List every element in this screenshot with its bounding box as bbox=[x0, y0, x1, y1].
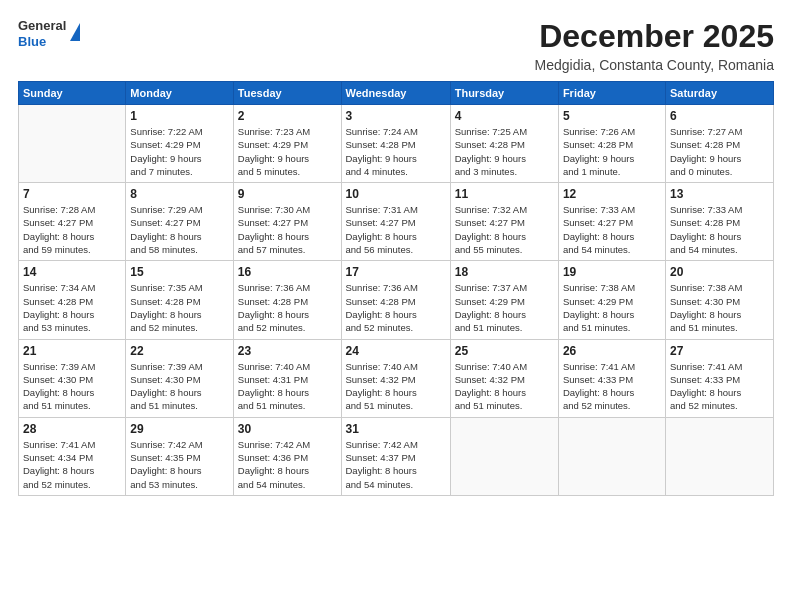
day-info: Sunrise: 7:33 AMSunset: 4:27 PMDaylight:… bbox=[563, 203, 661, 256]
day-cell: 13Sunrise: 7:33 AMSunset: 4:28 PMDayligh… bbox=[665, 183, 773, 261]
day-number: 13 bbox=[670, 187, 769, 201]
day-cell: 24Sunrise: 7:40 AMSunset: 4:32 PMDayligh… bbox=[341, 339, 450, 417]
day-number: 6 bbox=[670, 109, 769, 123]
day-number: 20 bbox=[670, 265, 769, 279]
day-number: 12 bbox=[563, 187, 661, 201]
day-info: Sunrise: 7:26 AMSunset: 4:28 PMDaylight:… bbox=[563, 125, 661, 178]
day-info: Sunrise: 7:28 AMSunset: 4:27 PMDaylight:… bbox=[23, 203, 121, 256]
logo-triangle-icon bbox=[70, 23, 80, 41]
day-cell: 21Sunrise: 7:39 AMSunset: 4:30 PMDayligh… bbox=[19, 339, 126, 417]
day-number: 16 bbox=[238, 265, 337, 279]
day-cell: 3Sunrise: 7:24 AMSunset: 4:28 PMDaylight… bbox=[341, 105, 450, 183]
logo-blue: Blue bbox=[18, 34, 66, 50]
day-cell: 7Sunrise: 7:28 AMSunset: 4:27 PMDaylight… bbox=[19, 183, 126, 261]
day-number: 30 bbox=[238, 422, 337, 436]
day-cell: 6Sunrise: 7:27 AMSunset: 4:28 PMDaylight… bbox=[665, 105, 773, 183]
day-cell: 28Sunrise: 7:41 AMSunset: 4:34 PMDayligh… bbox=[19, 417, 126, 495]
day-info: Sunrise: 7:36 AMSunset: 4:28 PMDaylight:… bbox=[346, 281, 446, 334]
week-row-1: 7Sunrise: 7:28 AMSunset: 4:27 PMDaylight… bbox=[19, 183, 774, 261]
day-info: Sunrise: 7:38 AMSunset: 4:30 PMDaylight:… bbox=[670, 281, 769, 334]
header-monday: Monday bbox=[126, 82, 233, 105]
day-number: 2 bbox=[238, 109, 337, 123]
day-cell: 16Sunrise: 7:36 AMSunset: 4:28 PMDayligh… bbox=[233, 261, 341, 339]
day-number: 8 bbox=[130, 187, 228, 201]
day-cell: 12Sunrise: 7:33 AMSunset: 4:27 PMDayligh… bbox=[558, 183, 665, 261]
day-cell: 1Sunrise: 7:22 AMSunset: 4:29 PMDaylight… bbox=[126, 105, 233, 183]
day-cell: 26Sunrise: 7:41 AMSunset: 4:33 PMDayligh… bbox=[558, 339, 665, 417]
day-info: Sunrise: 7:38 AMSunset: 4:29 PMDaylight:… bbox=[563, 281, 661, 334]
day-number: 9 bbox=[238, 187, 337, 201]
day-number: 7 bbox=[23, 187, 121, 201]
day-cell: 20Sunrise: 7:38 AMSunset: 4:30 PMDayligh… bbox=[665, 261, 773, 339]
day-cell: 18Sunrise: 7:37 AMSunset: 4:29 PMDayligh… bbox=[450, 261, 558, 339]
day-info: Sunrise: 7:27 AMSunset: 4:28 PMDaylight:… bbox=[670, 125, 769, 178]
title-location: Medgidia, Constanta County, Romania bbox=[535, 57, 774, 73]
week-row-0: 1Sunrise: 7:22 AMSunset: 4:29 PMDaylight… bbox=[19, 105, 774, 183]
day-cell: 2Sunrise: 7:23 AMSunset: 4:29 PMDaylight… bbox=[233, 105, 341, 183]
day-info: Sunrise: 7:39 AMSunset: 4:30 PMDaylight:… bbox=[23, 360, 121, 413]
day-info: Sunrise: 7:31 AMSunset: 4:27 PMDaylight:… bbox=[346, 203, 446, 256]
day-number: 1 bbox=[130, 109, 228, 123]
day-info: Sunrise: 7:23 AMSunset: 4:29 PMDaylight:… bbox=[238, 125, 337, 178]
day-info: Sunrise: 7:36 AMSunset: 4:28 PMDaylight:… bbox=[238, 281, 337, 334]
header-tuesday: Tuesday bbox=[233, 82, 341, 105]
day-cell: 4Sunrise: 7:25 AMSunset: 4:28 PMDaylight… bbox=[450, 105, 558, 183]
day-info: Sunrise: 7:40 AMSunset: 4:32 PMDaylight:… bbox=[346, 360, 446, 413]
day-number: 27 bbox=[670, 344, 769, 358]
day-info: Sunrise: 7:42 AMSunset: 4:35 PMDaylight:… bbox=[130, 438, 228, 491]
day-cell bbox=[450, 417, 558, 495]
day-cell: 10Sunrise: 7:31 AMSunset: 4:27 PMDayligh… bbox=[341, 183, 450, 261]
day-number: 10 bbox=[346, 187, 446, 201]
day-cell: 22Sunrise: 7:39 AMSunset: 4:30 PMDayligh… bbox=[126, 339, 233, 417]
day-info: Sunrise: 7:32 AMSunset: 4:27 PMDaylight:… bbox=[455, 203, 554, 256]
header-wednesday: Wednesday bbox=[341, 82, 450, 105]
logo-text: General Blue bbox=[18, 18, 66, 49]
day-cell: 19Sunrise: 7:38 AMSunset: 4:29 PMDayligh… bbox=[558, 261, 665, 339]
day-info: Sunrise: 7:37 AMSunset: 4:29 PMDaylight:… bbox=[455, 281, 554, 334]
day-cell: 25Sunrise: 7:40 AMSunset: 4:32 PMDayligh… bbox=[450, 339, 558, 417]
day-cell: 14Sunrise: 7:34 AMSunset: 4:28 PMDayligh… bbox=[19, 261, 126, 339]
day-number: 19 bbox=[563, 265, 661, 279]
week-row-2: 14Sunrise: 7:34 AMSunset: 4:28 PMDayligh… bbox=[19, 261, 774, 339]
day-info: Sunrise: 7:34 AMSunset: 4:28 PMDaylight:… bbox=[23, 281, 121, 334]
day-info: Sunrise: 7:41 AMSunset: 4:34 PMDaylight:… bbox=[23, 438, 121, 491]
day-info: Sunrise: 7:25 AMSunset: 4:28 PMDaylight:… bbox=[455, 125, 554, 178]
day-number: 21 bbox=[23, 344, 121, 358]
day-info: Sunrise: 7:42 AMSunset: 4:36 PMDaylight:… bbox=[238, 438, 337, 491]
logo: General Blue bbox=[18, 18, 80, 49]
calendar-table: Sunday Monday Tuesday Wednesday Thursday… bbox=[18, 81, 774, 496]
header-sunday: Sunday bbox=[19, 82, 126, 105]
week-row-3: 21Sunrise: 7:39 AMSunset: 4:30 PMDayligh… bbox=[19, 339, 774, 417]
day-info: Sunrise: 7:33 AMSunset: 4:28 PMDaylight:… bbox=[670, 203, 769, 256]
day-info: Sunrise: 7:22 AMSunset: 4:29 PMDaylight:… bbox=[130, 125, 228, 178]
day-info: Sunrise: 7:24 AMSunset: 4:28 PMDaylight:… bbox=[346, 125, 446, 178]
page: General Blue December 2025 Medgidia, Con… bbox=[0, 0, 792, 612]
calendar-header: Sunday Monday Tuesday Wednesday Thursday… bbox=[19, 82, 774, 105]
day-cell: 23Sunrise: 7:40 AMSunset: 4:31 PMDayligh… bbox=[233, 339, 341, 417]
day-number: 15 bbox=[130, 265, 228, 279]
day-info: Sunrise: 7:40 AMSunset: 4:32 PMDaylight:… bbox=[455, 360, 554, 413]
day-info: Sunrise: 7:40 AMSunset: 4:31 PMDaylight:… bbox=[238, 360, 337, 413]
day-info: Sunrise: 7:41 AMSunset: 4:33 PMDaylight:… bbox=[563, 360, 661, 413]
day-cell: 5Sunrise: 7:26 AMSunset: 4:28 PMDaylight… bbox=[558, 105, 665, 183]
day-number: 25 bbox=[455, 344, 554, 358]
header-saturday: Saturday bbox=[665, 82, 773, 105]
calendar-body: 1Sunrise: 7:22 AMSunset: 4:29 PMDaylight… bbox=[19, 105, 774, 496]
day-info: Sunrise: 7:42 AMSunset: 4:37 PMDaylight:… bbox=[346, 438, 446, 491]
day-cell: 11Sunrise: 7:32 AMSunset: 4:27 PMDayligh… bbox=[450, 183, 558, 261]
day-cell: 29Sunrise: 7:42 AMSunset: 4:35 PMDayligh… bbox=[126, 417, 233, 495]
day-cell: 27Sunrise: 7:41 AMSunset: 4:33 PMDayligh… bbox=[665, 339, 773, 417]
day-number: 28 bbox=[23, 422, 121, 436]
header-friday: Friday bbox=[558, 82, 665, 105]
day-cell: 8Sunrise: 7:29 AMSunset: 4:27 PMDaylight… bbox=[126, 183, 233, 261]
day-cell bbox=[19, 105, 126, 183]
day-number: 22 bbox=[130, 344, 228, 358]
day-info: Sunrise: 7:35 AMSunset: 4:28 PMDaylight:… bbox=[130, 281, 228, 334]
day-number: 24 bbox=[346, 344, 446, 358]
day-cell: 17Sunrise: 7:36 AMSunset: 4:28 PMDayligh… bbox=[341, 261, 450, 339]
day-number: 14 bbox=[23, 265, 121, 279]
day-cell: 9Sunrise: 7:30 AMSunset: 4:27 PMDaylight… bbox=[233, 183, 341, 261]
day-cell: 31Sunrise: 7:42 AMSunset: 4:37 PMDayligh… bbox=[341, 417, 450, 495]
day-info: Sunrise: 7:41 AMSunset: 4:33 PMDaylight:… bbox=[670, 360, 769, 413]
day-cell: 30Sunrise: 7:42 AMSunset: 4:36 PMDayligh… bbox=[233, 417, 341, 495]
